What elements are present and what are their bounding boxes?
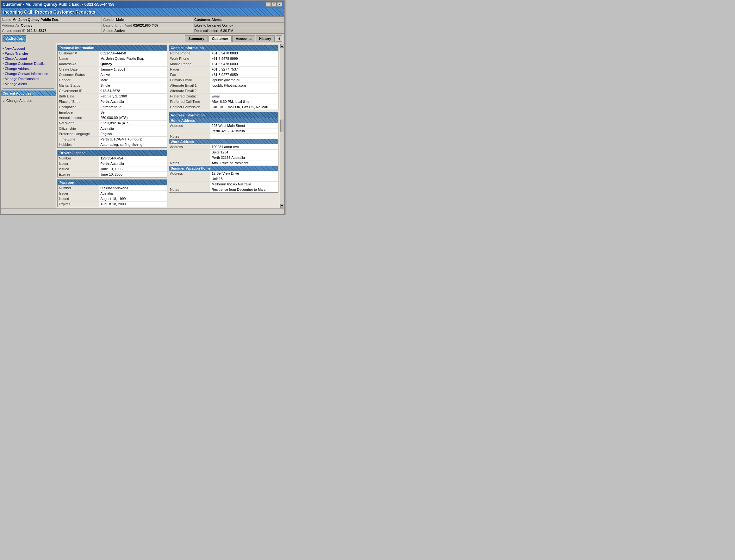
banner-text: Incoming Call: Process Customer Requests bbox=[3, 9, 95, 15]
name-value: Mr. John Quincy Public Esq. bbox=[12, 18, 59, 22]
field-label: Hobbies bbox=[58, 142, 99, 147]
table-row: Mobile Phone+61 8 9478 0000 bbox=[169, 61, 278, 67]
field-value: +61 8 9478 8888 bbox=[210, 51, 278, 56]
field-label: Notes bbox=[169, 187, 210, 192]
field-label: Issuer bbox=[58, 161, 99, 166]
field-label: Customer Status bbox=[58, 72, 99, 78]
tab-accounts[interactable]: Accounts bbox=[232, 35, 255, 42]
field-label: Marital Status bbox=[58, 83, 99, 88]
work-address-title: Work Address bbox=[171, 140, 194, 144]
table-row: Annual Income250,000.00 (ATS) bbox=[58, 115, 167, 121]
table-row: CitizenshipAustralia bbox=[58, 126, 167, 131]
table-row: Address12 Bel View Drive bbox=[169, 171, 278, 176]
sidebar-item-change-address[interactable]: • Change Address bbox=[3, 66, 54, 71]
sidebar-item-funds-transfer[interactable]: • Funds Transfer bbox=[3, 51, 54, 56]
sidebar-item-change-contact-info[interactable]: • Change Contact Information bbox=[3, 71, 54, 76]
activity-change-address[interactable]: ✓ Change Address bbox=[3, 98, 54, 103]
header-area: Name Mr. John Quincy Public Esq. Gender … bbox=[1, 17, 284, 34]
table-row: Net Worth3,253,892.04 (ATS) bbox=[58, 121, 167, 126]
field-label: Employer bbox=[58, 110, 99, 115]
content-wrapper: Personal Information Customer #0321-556-… bbox=[56, 43, 284, 208]
field-label: Preferred Call Time bbox=[169, 99, 210, 104]
alerts-header-cell: Customer Alerts: bbox=[193, 17, 284, 22]
drivers-license-header: Drivers License bbox=[58, 150, 167, 156]
field-value: Auto racing, surfing, fishing bbox=[99, 142, 167, 147]
table-row: Place of BirthPerth, Australia bbox=[58, 99, 167, 104]
sidebar-item-close-account[interactable]: • Close Account bbox=[3, 56, 54, 61]
field-value: 3,253,892.04 (ATS) bbox=[99, 121, 167, 126]
field-value: jqpublic@acme.au bbox=[210, 78, 278, 83]
table-row: Address10028 Lamar Ave. bbox=[169, 144, 278, 150]
field-label: Net Worth bbox=[58, 121, 99, 126]
field-value: Single bbox=[99, 83, 167, 88]
summer-vacation-header: Summer Vacation Home bbox=[169, 166, 278, 171]
field-label: Notes bbox=[169, 134, 210, 139]
header-row-2: Address As Quincy Date of Birth (Age) 02… bbox=[1, 23, 284, 28]
dob-value: 02/02/1960 (43) bbox=[133, 23, 158, 27]
field-value: +61 8 9277 7537 bbox=[210, 67, 278, 72]
field-label: Government ID bbox=[58, 88, 99, 94]
scroll-up-button[interactable]: ▲ bbox=[280, 44, 284, 48]
work-address-table: Address10028 Lamar Ave. Suite 1234 Perth… bbox=[169, 144, 278, 166]
field-value: February 2, 1960 bbox=[99, 94, 167, 99]
field-value: 123-334-KH54 bbox=[99, 156, 167, 161]
field-value: 250,000.00 (ATS) bbox=[99, 115, 167, 121]
window-title: Customer - Mr. John Quincy Public Esq. -… bbox=[3, 2, 115, 7]
field-value bbox=[210, 88, 278, 94]
table-row: Primary Emailjqpublic@acme.au bbox=[169, 78, 278, 83]
sidebar-item-manage-alerts[interactable]: • Manage Alerts bbox=[3, 81, 54, 86]
field-value: Melbourn 65145 Australia bbox=[210, 182, 278, 187]
field-value: jqpublic@hotmail.com bbox=[210, 83, 278, 88]
field-value: Australia bbox=[99, 126, 167, 131]
print-button[interactable]: 🖨 bbox=[276, 35, 282, 42]
field-value: June 10, 2005 bbox=[99, 172, 167, 177]
sidebar-divider bbox=[3, 88, 54, 89]
drivers-license-table: Number123-334-KH54 IssuerPerth, Australi… bbox=[58, 156, 167, 177]
field-value: +61 8 9478 0000 bbox=[210, 61, 278, 67]
field-value: Perth, Australia bbox=[99, 99, 167, 104]
field-value: Residence from December to March bbox=[210, 187, 278, 192]
sidebar-item-new-account[interactable]: • New Account bbox=[3, 46, 54, 51]
field-value: Email bbox=[210, 94, 278, 99]
field-value: Self bbox=[99, 110, 167, 115]
activities-label[interactable]: Activities bbox=[3, 35, 26, 42]
scrollbar-right[interactable]: ▲ ▼ bbox=[280, 43, 284, 208]
field-label bbox=[169, 176, 210, 182]
field-value: After 6:30 PM, local time bbox=[210, 99, 278, 104]
status-label: Status bbox=[103, 29, 113, 33]
field-label bbox=[169, 150, 210, 155]
scroll-down-button[interactable]: ▼ bbox=[280, 204, 284, 208]
gender-cell: Gender Male bbox=[102, 17, 193, 22]
field-label: Address bbox=[169, 171, 210, 176]
field-label: Alternate Email 1 bbox=[169, 83, 210, 88]
field-value: Perth 32155 Australia bbox=[210, 128, 278, 134]
status-cell: Status Active bbox=[102, 28, 193, 33]
field-label: Gender bbox=[58, 78, 99, 83]
tab-group: Summary Customer Accounts History bbox=[185, 35, 275, 42]
gov-id-cell: Government ID 012-34-5678 bbox=[1, 28, 102, 33]
sidebar-item-manage-relationships[interactable]: • Manage Relationships bbox=[3, 76, 54, 81]
scroll-thumb[interactable] bbox=[280, 120, 284, 132]
tab-summary[interactable]: Summary bbox=[185, 35, 208, 42]
contact-info-header: Contact Information bbox=[169, 45, 278, 51]
maximize-button[interactable]: □ bbox=[271, 2, 277, 7]
passport-header: Passport bbox=[58, 180, 167, 185]
alert-1-cell: Likes to be called Quincy bbox=[193, 23, 284, 28]
tab-history[interactable]: History bbox=[256, 35, 275, 42]
table-row: Address225 West Main Street bbox=[169, 123, 278, 128]
header-row-1: Name Mr. John Quincy Public Esq. Gender … bbox=[1, 17, 284, 23]
minimize-button[interactable]: _ bbox=[266, 2, 271, 7]
address-info-panel: Address Information Home Address Address… bbox=[169, 112, 279, 193]
table-row: Perth 32155 Australia bbox=[169, 155, 278, 160]
field-label: Expires bbox=[58, 202, 99, 207]
field-label: Primary Email bbox=[169, 78, 210, 83]
address-as-value: Quincy bbox=[21, 23, 33, 27]
table-row: Customer StatusActive bbox=[58, 72, 167, 78]
home-address-header: Home Address bbox=[169, 118, 278, 123]
contact-info-title: Contact Information bbox=[171, 46, 204, 50]
sidebar-item-change-customer-details[interactable]: • Change Customer Details bbox=[3, 61, 54, 66]
close-button[interactable]: × bbox=[277, 2, 282, 7]
summer-vacation-title: Summer Vacation Home bbox=[171, 166, 211, 170]
tab-customer[interactable]: Customer bbox=[209, 35, 232, 42]
table-row: Notes bbox=[169, 134, 278, 139]
